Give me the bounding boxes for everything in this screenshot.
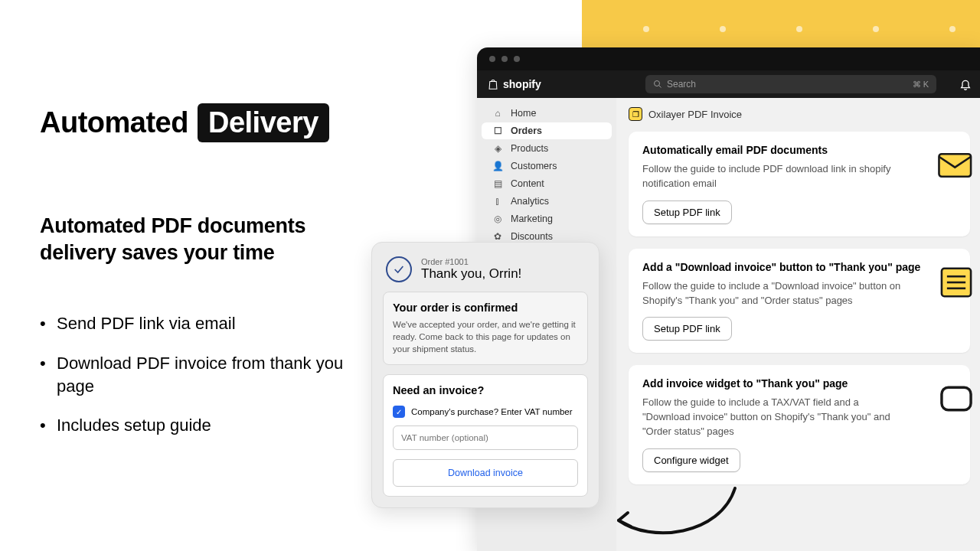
headline-word2: Delivery bbox=[198, 103, 329, 142]
svg-rect-2 bbox=[939, 154, 971, 176]
search-shortcut: ⌘ K bbox=[913, 80, 929, 90]
card-download-button: Add a "Download invoice" button to "Than… bbox=[629, 249, 970, 354]
svg-rect-7 bbox=[942, 388, 971, 410]
discounts-icon: ✿ bbox=[492, 231, 503, 242]
customers-icon: 👤 bbox=[492, 161, 503, 171]
sidebar-item-label: Orders bbox=[511, 126, 542, 136]
card-body: Follow the guide to include a TAX/VAT fi… bbox=[642, 396, 903, 439]
order-number: Order #1001 bbox=[421, 257, 521, 266]
page-title: Oxilayer PDF Invoice bbox=[648, 109, 742, 120]
invoice-widget: Need an invoice? ✓ Company's purchase? E… bbox=[383, 374, 588, 497]
bullet-item: Download PDF invoice from thank you page bbox=[40, 352, 354, 397]
sidebar-item-label: Marketing bbox=[511, 214, 553, 224]
headline-word1: Automated bbox=[40, 106, 188, 139]
document-lines-icon bbox=[936, 262, 976, 302]
setup-pdf-link-button[interactable]: Setup PDF link bbox=[642, 201, 732, 224]
vat-checkbox[interactable]: ✓ bbox=[393, 406, 405, 418]
sidebar-item-label: Customers bbox=[511, 161, 557, 171]
sidebar-item-label: Discounts bbox=[511, 231, 553, 242]
order-confirmed-box: Your order is confirmed We've accepted y… bbox=[383, 292, 588, 365]
card-title: Automatically email PDF documents bbox=[642, 144, 956, 156]
products-icon: ◈ bbox=[492, 143, 503, 154]
vat-checkbox-label: Company's purchase? Enter VAT number bbox=[411, 407, 573, 416]
traffic-light-icon bbox=[501, 56, 508, 62]
app-icon: ❐ bbox=[629, 107, 642, 121]
arrow-icon bbox=[605, 482, 743, 551]
sidebar-item-label: Home bbox=[511, 108, 536, 119]
sidebar-item-content[interactable]: ▤Content bbox=[482, 175, 612, 192]
check-circle-icon bbox=[386, 256, 412, 282]
widget-icon bbox=[936, 379, 976, 419]
search-icon bbox=[653, 80, 662, 89]
download-invoice-button[interactable]: Download invoice bbox=[393, 459, 578, 487]
home-icon: ⌂ bbox=[492, 108, 503, 119]
sidebar-item-orders[interactable]: ☐Orders bbox=[482, 122, 612, 139]
sidebar-item-marketing[interactable]: ◎Marketing bbox=[482, 210, 612, 227]
invoice-title: Need an invoice? bbox=[393, 384, 578, 396]
order-confirmed-body: We've accepted your order, and we're get… bbox=[393, 318, 578, 355]
search-placeholder: Search bbox=[667, 79, 696, 90]
shopify-bag-icon bbox=[488, 78, 498, 90]
app-header: shopify Search ⌘ K bbox=[477, 70, 980, 98]
traffic-light-icon bbox=[514, 56, 520, 62]
orders-icon: ☐ bbox=[492, 126, 503, 136]
card-body: Follow the guide to include a "Download … bbox=[642, 279, 903, 308]
shopify-logo[interactable]: shopify bbox=[488, 78, 541, 90]
card-title: Add a "Download invoice" button to "Than… bbox=[642, 261, 956, 273]
sidebar-item-products[interactable]: ◈Products bbox=[482, 140, 612, 157]
marketing-icon: ◎ bbox=[492, 214, 503, 224]
bullet-list: Send PDF link via email Download PDF inv… bbox=[40, 312, 354, 437]
configure-widget-button[interactable]: Configure widget bbox=[642, 448, 740, 472]
sidebar-item-customers[interactable]: 👤Customers bbox=[482, 158, 612, 174]
bullet-item: Send PDF link via email bbox=[40, 312, 354, 335]
browser-tabbar bbox=[477, 47, 980, 70]
subheadline: Automated PDF documents delivery saves y… bbox=[40, 213, 354, 266]
headline: Automated Delivery bbox=[40, 103, 354, 142]
analytics-icon: ⫿ bbox=[492, 196, 503, 207]
setup-pdf-link-button[interactable]: Setup PDF link bbox=[642, 317, 732, 341]
traffic-light-icon bbox=[489, 56, 495, 62]
order-thanks: Thank you, Orrin! bbox=[421, 266, 521, 282]
order-confirmed-title: Your order is confirmed bbox=[393, 302, 578, 314]
brand-label: shopify bbox=[503, 78, 541, 90]
content-icon: ▤ bbox=[492, 178, 503, 189]
bell-icon[interactable] bbox=[959, 78, 972, 90]
card-email-pdf: Automatically email PDF documents Follow… bbox=[629, 132, 970, 236]
bullet-item: Includes setup guide bbox=[40, 414, 354, 437]
sidebar-item-home[interactable]: ⌂Home bbox=[482, 105, 612, 122]
card-body: Follow the guide to include PDF download… bbox=[642, 162, 903, 191]
vat-input[interactable] bbox=[393, 425, 578, 450]
envelope-icon bbox=[936, 145, 976, 185]
sidebar-item-analytics[interactable]: ⫿Analytics bbox=[482, 193, 612, 210]
search-input[interactable]: Search ⌘ K bbox=[645, 75, 936, 93]
card-invoice-widget: Add invoice widget to "Thank you" page F… bbox=[629, 365, 970, 484]
svg-point-0 bbox=[655, 81, 660, 86]
card-title: Add invoice widget to "Thank you" page bbox=[642, 377, 956, 390]
sidebar-item-label: Content bbox=[511, 178, 544, 189]
sidebar-item-label: Analytics bbox=[511, 196, 549, 207]
sidebar-item-label: Products bbox=[511, 143, 548, 154]
order-status-card: Order #1001 Thank you, Orrin! Your order… bbox=[371, 242, 599, 508]
svg-line-1 bbox=[659, 86, 662, 88]
